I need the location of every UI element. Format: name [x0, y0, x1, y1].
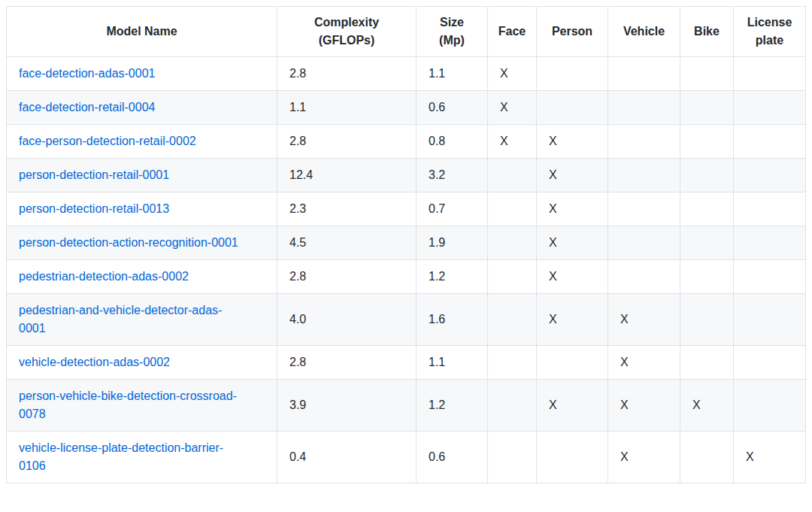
bike-mark-cell — [680, 125, 734, 159]
bike-mark-cell — [680, 294, 734, 346]
column-header-size: Size (Mp) — [417, 7, 488, 57]
license-plate-mark-cell — [734, 192, 806, 226]
person-mark-cell: X — [537, 260, 608, 294]
person-mark-cell: X — [537, 380, 608, 432]
model-name-cell: face-detection-adas-0001 — [7, 57, 277, 91]
complexity-cell: 12.4 — [277, 159, 417, 192]
bike-mark-cell: X — [680, 380, 734, 432]
person-mark-cell: X — [537, 192, 608, 226]
person-mark-cell: X — [537, 294, 608, 346]
model-name-cell: person-detection-retail-0013 — [7, 192, 277, 226]
model-name-cell: pedestrian-detection-adas-0002 — [7, 260, 277, 294]
model-name-cell: person-vehicle-bike-detection-crossroad-… — [7, 380, 277, 432]
face-mark-cell — [488, 432, 537, 483]
face-mark-cell: X — [488, 125, 537, 159]
size-cell: 1.2 — [417, 380, 488, 432]
complexity-cell: 0.4 — [277, 432, 417, 483]
model-link[interactable]: face-detection-retail-0004 — [19, 98, 155, 117]
table-row: face-person-detection-retail-0002 2.8 0.… — [7, 125, 806, 159]
column-header-face: Face — [488, 7, 537, 57]
face-mark-cell — [488, 192, 537, 226]
size-cell: 0.6 — [417, 432, 488, 483]
bike-mark-cell — [680, 192, 734, 226]
license-plate-mark-cell — [734, 125, 806, 159]
license-plate-mark-cell — [734, 159, 806, 192]
person-mark-cell — [537, 346, 608, 380]
license-plate-mark-cell: X — [734, 432, 806, 483]
vehicle-mark-cell — [608, 91, 680, 125]
column-header-bike: Bike — [680, 7, 734, 57]
face-mark-cell — [488, 260, 537, 294]
complexity-cell: 4.0 — [277, 294, 417, 346]
complexity-cell: 4.5 — [277, 226, 417, 260]
face-mark-cell: X — [488, 57, 537, 91]
table-row: person-detection-retail-0001 12.4 3.2 X — [7, 159, 806, 192]
table-row: face-detection-adas-0001 2.8 1.1 X — [7, 57, 806, 91]
column-header-vehicle: Vehicle — [608, 7, 680, 57]
size-cell: 1.2 — [417, 260, 488, 294]
vehicle-mark-cell: X — [608, 380, 680, 432]
complexity-cell: 2.8 — [277, 125, 417, 159]
face-mark-cell — [488, 346, 537, 380]
complexity-cell: 2.8 — [277, 346, 417, 380]
size-cell: 1.6 — [417, 294, 488, 346]
column-header-complexity: Complexity (GFLOPs) — [277, 7, 417, 57]
table-row: pedestrian-detection-adas-0002 2.8 1.2 X — [7, 260, 806, 294]
vehicle-mark-cell — [608, 260, 680, 294]
size-cell: 1.9 — [417, 226, 488, 260]
column-header-person: Person — [537, 7, 608, 57]
size-cell: 0.6 — [417, 91, 488, 125]
model-link[interactable]: face-detection-adas-0001 — [19, 65, 155, 83]
vehicle-mark-cell: X — [608, 346, 680, 380]
table-row: pedestrian-and-vehicle-detector-adas-000… — [7, 294, 806, 346]
vehicle-mark-cell — [608, 226, 680, 260]
model-link[interactable]: vehicle-license-plate-detection-barrier-… — [19, 439, 241, 475]
license-plate-mark-cell — [734, 260, 806, 294]
model-name-cell: vehicle-license-plate-detection-barrier-… — [7, 432, 277, 483]
table-row: person-vehicle-bike-detection-crossroad-… — [7, 380, 806, 432]
model-name-cell: pedestrian-and-vehicle-detector-adas-000… — [7, 294, 277, 346]
table-row: face-detection-retail-0004 1.1 0.6 X — [7, 91, 806, 125]
face-mark-cell — [488, 294, 537, 346]
model-link[interactable]: person-detection-retail-0001 — [19, 166, 169, 184]
model-name-cell: person-detection-retail-0001 — [7, 159, 277, 192]
size-cell: 1.1 — [417, 57, 488, 91]
table-row: vehicle-license-plate-detection-barrier-… — [7, 432, 806, 483]
models-table-body: face-detection-adas-0001 2.8 1.1 X face-… — [7, 57, 806, 483]
face-mark-cell — [488, 226, 537, 260]
license-plate-mark-cell — [734, 91, 806, 125]
bike-mark-cell — [680, 159, 734, 192]
model-link[interactable]: person-detection-retail-0013 — [19, 200, 169, 218]
person-mark-cell — [537, 432, 608, 483]
complexity-cell: 3.9 — [277, 380, 417, 432]
face-mark-cell — [488, 159, 537, 192]
model-link[interactable]: pedestrian-detection-adas-0002 — [19, 268, 189, 286]
table-row: person-detection-retail-0013 2.3 0.7 X — [7, 192, 806, 226]
face-mark-cell: X — [488, 91, 537, 125]
model-link[interactable]: person-vehicle-bike-detection-crossroad-… — [19, 387, 241, 423]
person-mark-cell — [537, 91, 608, 125]
vehicle-mark-cell: X — [608, 294, 680, 346]
bike-mark-cell — [680, 91, 734, 125]
model-name-cell: face-person-detection-retail-0002 — [7, 125, 277, 159]
column-header-model-name: Model Name — [7, 7, 277, 57]
vehicle-mark-cell: X — [608, 432, 680, 483]
model-link[interactable]: person-detection-action-recognition-0001 — [19, 234, 238, 252]
person-mark-cell: X — [537, 125, 608, 159]
table-header-row: Model Name Complexity (GFLOPs) Size (Mp)… — [7, 7, 806, 57]
license-plate-mark-cell — [734, 346, 806, 380]
model-link[interactable]: vehicle-detection-adas-0002 — [19, 353, 170, 371]
complexity-cell: 2.8 — [277, 57, 417, 91]
license-plate-mark-cell — [734, 294, 806, 346]
models-table: Model Name Complexity (GFLOPs) Size (Mp)… — [6, 6, 806, 483]
bike-mark-cell — [680, 432, 734, 483]
model-name-cell: vehicle-detection-adas-0002 — [7, 346, 277, 380]
person-mark-cell: X — [537, 159, 608, 192]
vehicle-mark-cell — [608, 57, 680, 91]
complexity-cell: 2.8 — [277, 260, 417, 294]
model-link[interactable]: face-person-detection-retail-0002 — [19, 132, 196, 150]
model-link[interactable]: pedestrian-and-vehicle-detector-adas-000… — [19, 301, 241, 338]
model-name-cell: person-detection-action-recognition-0001 — [7, 226, 277, 260]
column-header-license-plate: License plate — [734, 7, 806, 57]
size-cell: 3.2 — [417, 159, 488, 192]
